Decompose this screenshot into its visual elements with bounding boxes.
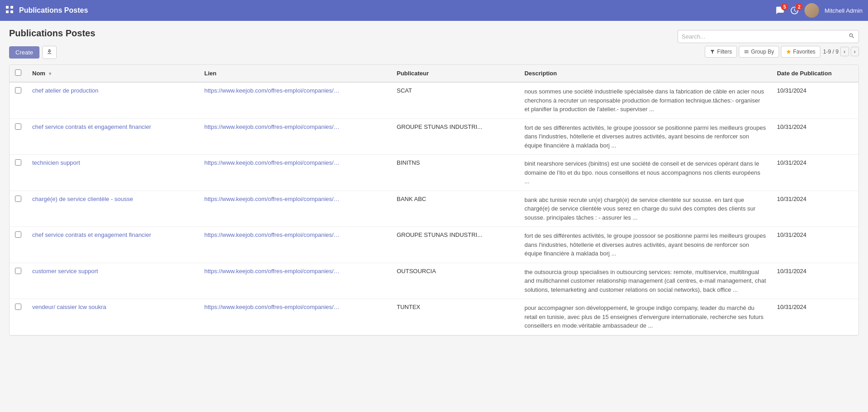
activity-badge[interactable]: 2 xyxy=(790,6,799,15)
table-row[interactable]: chef service contrats et engagement fina… xyxy=(10,118,858,155)
nom-link[interactable]: vendeur/ caissier lcw soukra xyxy=(32,304,106,310)
lien-link[interactable]: https://www.keejob.com/offres-emploi/com… xyxy=(205,87,341,94)
col-nom[interactable]: Nom ▼ xyxy=(27,65,199,82)
lien-link[interactable]: https://www.keejob.com/offres-emploi/com… xyxy=(205,304,341,310)
table-row[interactable]: customer service support https://www.kee… xyxy=(10,263,858,299)
row-nom[interactable]: chef service contrats et engagement fina… xyxy=(27,227,199,263)
svg-rect-0 xyxy=(6,6,9,9)
group-by-button[interactable]: Group By xyxy=(739,46,779,58)
filters-button[interactable]: Filters xyxy=(705,46,737,58)
row-checkbox[interactable] xyxy=(15,304,21,310)
right-header: Filters Group By Favorites 1-9 / 9 ‹ › xyxy=(678,30,859,58)
row-description: nous sommes une société industrielle spé… xyxy=(519,82,771,118)
row-checkbox-cell[interactable] xyxy=(10,82,27,118)
next-page-button[interactable]: › xyxy=(851,47,859,56)
col-lien[interactable]: Lien xyxy=(199,65,391,82)
grid-icon[interactable]: ​ xyxy=(5,5,14,16)
search-button[interactable] xyxy=(848,33,855,40)
row-publicateur: BINITNS xyxy=(391,155,519,191)
favorites-button[interactable]: Favorites xyxy=(781,46,820,58)
row-description: binit nearshore services (binitns) est u… xyxy=(519,155,771,191)
table-container: Nom ▼ Lien Publicateur Description Date … xyxy=(9,64,859,336)
row-publicateur: GROUPE STUNAS INDUSTRI... xyxy=(391,118,519,155)
row-publicateur: BANK ABC xyxy=(391,191,519,227)
table-row[interactable]: vendeur/ caissier lcw soukra https://www… xyxy=(10,299,858,335)
left-header: Publications Postes Create xyxy=(9,28,95,59)
navbar-user[interactable]: Mitchell Admin xyxy=(824,7,863,14)
row-checkbox[interactable] xyxy=(15,268,21,274)
nom-link[interactable]: chef service contrats et engagement fina… xyxy=(32,123,151,130)
row-lien[interactable]: https://www.keejob.com/offres-emploi/com… xyxy=(199,299,391,335)
lien-link[interactable]: https://www.keejob.com/offres-emploi/com… xyxy=(205,159,341,166)
row-checkbox-cell[interactable] xyxy=(10,227,27,263)
svg-rect-2 xyxy=(6,10,9,13)
nom-link[interactable]: customer service support xyxy=(32,268,98,275)
nom-link[interactable]: chef service contrats et engagement fina… xyxy=(32,231,151,238)
row-checkbox[interactable] xyxy=(15,159,21,166)
row-description: the outsourcia group specialises in outs… xyxy=(519,263,771,299)
row-lien[interactable]: https://www.keejob.com/offres-emploi/com… xyxy=(199,155,391,191)
right-header-bottom: Filters Group By Favorites 1-9 / 9 ‹ › xyxy=(705,46,859,58)
lien-link[interactable]: https://www.keejob.com/offres-emploi/com… xyxy=(205,196,341,202)
row-checkbox-cell[interactable] xyxy=(10,191,27,227)
select-all-checkbox[interactable] xyxy=(15,69,21,76)
search-input[interactable] xyxy=(682,33,848,40)
row-nom[interactable]: chef atelier de production xyxy=(27,82,199,118)
row-checkbox[interactable] xyxy=(15,123,21,130)
col-publicateur[interactable]: Publicateur xyxy=(391,65,519,82)
pagination-area: 1-9 / 9 ‹ › xyxy=(823,47,859,56)
row-nom[interactable]: technicien support xyxy=(27,155,199,191)
table-row[interactable]: technicien support https://www.keejob.co… xyxy=(10,155,858,191)
row-nom[interactable]: chargé(e) de service clientèle - sousse xyxy=(27,191,199,227)
page-title: Publications Postes xyxy=(9,28,95,39)
row-nom[interactable]: vendeur/ caissier lcw soukra xyxy=(27,299,199,335)
lien-link[interactable]: https://www.keejob.com/offres-emploi/com… xyxy=(205,123,341,130)
row-description: bank abc tunisie recrute un(e) chargé(e)… xyxy=(519,191,771,227)
table-row[interactable]: chef service contrats et engagement fina… xyxy=(10,227,858,263)
row-date: 10/31/2024 xyxy=(771,155,858,191)
row-nom[interactable]: chef service contrats et engagement fina… xyxy=(27,118,199,155)
row-checkbox-cell[interactable] xyxy=(10,118,27,155)
nom-link[interactable]: chargé(e) de service clientèle - sousse xyxy=(32,196,133,202)
lien-link[interactable]: https://www.keejob.com/offres-emploi/com… xyxy=(205,231,341,238)
table-header: Nom ▼ Lien Publicateur Description Date … xyxy=(10,65,858,82)
col-description[interactable]: Description xyxy=(519,65,771,82)
nom-link[interactable]: technicien support xyxy=(32,159,80,166)
row-checkbox[interactable] xyxy=(15,231,21,238)
main-content: Publications Postes Create xyxy=(0,21,868,343)
row-checkbox-cell[interactable] xyxy=(10,155,27,191)
row-date: 10/31/2024 xyxy=(771,263,858,299)
lien-link[interactable]: https://www.keejob.com/offres-emploi/com… xyxy=(205,268,341,275)
pagination-text: 1-9 / 9 xyxy=(823,49,839,55)
table-body: chef atelier de production https://www.k… xyxy=(10,82,858,335)
activity-count: 2 xyxy=(795,3,803,10)
row-checkbox-cell[interactable] xyxy=(10,299,27,335)
avatar[interactable] xyxy=(805,3,819,18)
page-header-row: Publications Postes Create xyxy=(9,28,859,59)
row-checkbox-cell[interactable] xyxy=(10,263,27,299)
select-all-header[interactable] xyxy=(10,65,27,82)
group-by-label: Group By xyxy=(751,49,774,55)
data-table: Nom ▼ Lien Publicateur Description Date … xyxy=(10,65,858,335)
row-checkbox[interactable] xyxy=(15,196,21,202)
prev-page-button[interactable]: ‹ xyxy=(840,47,848,56)
nom-link[interactable]: chef atelier de production xyxy=(32,87,98,94)
row-checkbox[interactable] xyxy=(15,87,21,93)
table-row[interactable]: chargé(e) de service clientèle - sousse … xyxy=(10,191,858,227)
row-lien[interactable]: https://www.keejob.com/offres-emploi/com… xyxy=(199,227,391,263)
row-date: 10/31/2024 xyxy=(771,118,858,155)
table-row[interactable]: chef atelier de production https://www.k… xyxy=(10,82,858,118)
row-date: 10/31/2024 xyxy=(771,227,858,263)
messages-badge[interactable]: 5 xyxy=(775,6,785,15)
row-lien[interactable]: https://www.keejob.com/offres-emploi/com… xyxy=(199,191,391,227)
row-nom[interactable]: customer service support xyxy=(27,263,199,299)
col-date[interactable]: Date de Publication xyxy=(771,65,858,82)
header-actions: Create xyxy=(9,46,95,59)
row-lien[interactable]: https://www.keejob.com/offres-emploi/com… xyxy=(199,263,391,299)
row-date: 10/31/2024 xyxy=(771,191,858,227)
download-button[interactable] xyxy=(42,46,57,59)
create-button[interactable]: Create xyxy=(9,46,39,59)
search-box[interactable] xyxy=(678,30,859,43)
row-lien[interactable]: https://www.keejob.com/offres-emploi/com… xyxy=(199,118,391,155)
row-lien[interactable]: https://www.keejob.com/offres-emploi/com… xyxy=(199,82,391,118)
